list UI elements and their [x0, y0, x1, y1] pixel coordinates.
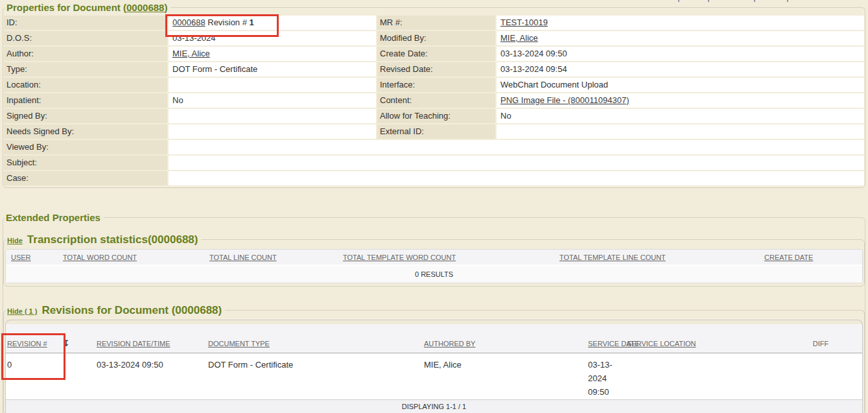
revisions-column-header: REVISION #↧	[6, 339, 91, 353]
revisions-column-header: DOCUMENT TYPE	[203, 340, 419, 353]
revisions-legend: Hide ( 1 )Revisions for Document (000068…	[6, 303, 225, 317]
transcription-sort-link[interactable]: USER	[11, 254, 31, 261]
revisions-table-body: 003-13-2024 09:50DOT Form - CertificateM…	[6, 353, 862, 399]
property-label: Content:	[377, 93, 495, 108]
revision-cell: 03-13-2024 09:50	[583, 353, 622, 399]
transcription-statistics-legend: HideTranscription statistics(0000688)	[6, 233, 201, 246]
property-label: Author:	[4, 47, 167, 61]
revisions-table: REVISION #↧REVISION DATE/TIMEDOCUMENT TY…	[5, 320, 863, 413]
revisions-column-header: REVISION DATE/TIME	[91, 340, 203, 353]
property-label: Viewed By:	[4, 140, 167, 154]
document-id-revision-link[interactable]: 0000688	[172, 18, 205, 27]
transcription-column-header: USER	[6, 254, 58, 261]
property-value: MIE, Alice	[169, 47, 376, 61]
property-value	[169, 78, 376, 92]
property-value: TEST-10019	[497, 16, 864, 30]
property-label: Subject:	[4, 156, 167, 170]
property-label: Inpatient:	[4, 93, 167, 108]
transcription-column-header: CREATE DATE	[759, 254, 862, 261]
revisions-sort-link[interactable]: REVISION DATE/TIME	[97, 340, 170, 348]
clipped-top-content-fragment	[708, 0, 709, 2]
revision-cell: MIE, Alice	[419, 353, 583, 399]
revisions-sort-link[interactable]: REVISION #	[7, 340, 47, 348]
property-value: 03-13-2024	[169, 31, 376, 45]
property-label: Signed By:	[4, 109, 167, 123]
property-value	[169, 140, 864, 154]
property-value	[169, 156, 864, 170]
property-label: Location:	[4, 78, 167, 92]
property-value: 03-13-2024 09:50	[497, 47, 864, 61]
revisions-table-header-row: REVISION #↧REVISION DATE/TIMEDOCUMENT TY…	[6, 324, 862, 353]
clipped-top-content-fragment	[787, 0, 788, 2]
property-value: No	[497, 109, 864, 123]
document-properties-page: { "colors":{ "green":"#66801e", "red":"#…	[0, 0, 868, 413]
transcription-statistics-section: HideTranscription statistics(0000688) US…	[3, 233, 865, 287]
properties-title-text: )	[164, 2, 167, 13]
property-label: Allow for Teaching:	[377, 109, 495, 123]
property-label: Type:	[4, 62, 167, 77]
revisions-sort-link[interactable]: DOCUMENT TYPE	[208, 340, 270, 348]
revisions-column-header: DIFF	[748, 340, 862, 353]
property-value: 03-13-2024 09:54	[497, 62, 864, 77]
sort-descending-icon: ↧	[63, 339, 70, 348]
transcription-hide-link[interactable]: Hide	[7, 237, 23, 244]
properties-grid: ID:0000688 Revision # 1MR #:TEST-10019D.…	[4, 16, 864, 185]
transcription-statistics-table: USERTOTAL WORD COUNTTOTAL LINE COUNTTOTA…	[5, 249, 863, 283]
property-value	[169, 124, 376, 139]
extended-properties-legend: Extended Properties	[5, 211, 104, 224]
transcription-sort-link[interactable]: TOTAL WORD COUNT	[63, 254, 137, 261]
transcription-results-count: 0 RESULTS	[6, 266, 862, 283]
clipped-top-content-fragment	[754, 0, 755, 2]
property-label: MR #:	[377, 16, 495, 30]
transcription-sort-link[interactable]: CREATE DATE	[764, 254, 813, 261]
property-label: Needs Signed By:	[4, 124, 167, 139]
property-value	[169, 171, 864, 185]
property-value: 0000688 Revision # 1	[169, 16, 376, 30]
revisions-sort-link[interactable]: AUTHORED BY	[424, 340, 475, 348]
property-label: Case:	[4, 171, 167, 185]
transcription-sort-link[interactable]: TOTAL TEMPLATE LINE COUNT	[559, 254, 666, 261]
property-value-link[interactable]: MIE, Alice	[172, 49, 210, 58]
property-label: External ID:	[377, 124, 495, 139]
property-value	[169, 109, 376, 123]
transcription-statistics-title: Transcription statistics(0000688)	[27, 233, 198, 246]
revisions-column-label: DIFF	[813, 340, 828, 348]
properties-section-legend: Properties for Document (0000688)	[5, 1, 170, 14]
properties-section: Properties for Document (0000688) ID:000…	[3, 1, 865, 188]
revision-cell: 0	[6, 353, 91, 399]
property-label: D.O.S:	[4, 31, 167, 45]
document-id-link[interactable]: 0000688	[126, 2, 164, 13]
extended-properties-title: Extended Properties	[6, 212, 100, 223]
transcription-column-header: TOTAL LINE COUNT	[204, 254, 338, 261]
property-value: No	[169, 93, 376, 108]
revisions-hide-link[interactable]: Hide ( 1 )	[7, 307, 37, 315]
revisions-title: Revisions for Document (0000688)	[41, 304, 222, 316]
properties-section-title: Properties for Document (0000688)	[6, 2, 167, 13]
property-label: Interface:	[377, 78, 495, 92]
property-value: PNG Image File - (800011094307)	[497, 93, 864, 108]
property-label: ID:	[4, 16, 167, 30]
transcription-sort-link[interactable]: TOTAL TEMPLATE WORD COUNT	[343, 254, 456, 261]
revisions-column-header: AUTHORED BY	[419, 340, 583, 353]
property-value-link[interactable]: TEST-10019	[500, 18, 548, 27]
transcription-column-header: TOTAL WORD COUNT	[58, 254, 204, 261]
property-value-link[interactable]: PNG Image File - (800011094307)	[500, 95, 629, 105]
transcription-column-header: TOTAL TEMPLATE LINE COUNT	[554, 254, 759, 261]
revision-table-row: 003-13-2024 09:50DOT Form - CertificateM…	[6, 353, 862, 399]
property-label: Modified By:	[377, 31, 495, 45]
revisions-column-header: SERVICE LOCATION	[622, 340, 748, 353]
revisions-sort-link[interactable]: SERVICE LOCATION	[627, 340, 696, 348]
property-value	[497, 124, 864, 139]
revision-number-emphasis: 1	[250, 18, 254, 27]
revision-cell	[748, 353, 862, 399]
properties-title-text: Properties for Document (	[6, 2, 126, 13]
transcription-column-header: TOTAL TEMPLATE WORD COUNT	[338, 254, 554, 261]
property-value: MIE, Alice	[497, 31, 864, 45]
transcription-sort-link[interactable]: TOTAL LINE COUNT	[209, 254, 277, 261]
transcription-table-header-row: USERTOTAL WORD COUNTTOTAL LINE COUNTTOTA…	[6, 250, 862, 266]
clipped-top-content-fragment	[678, 0, 679, 2]
revisions-section: Hide ( 1 )Revisions for Document (000068…	[3, 303, 865, 413]
revisions-paging-status: DISPLAYING 1-1 / 1	[6, 399, 862, 413]
extended-properties-section: Extended Properties HideTranscription st…	[3, 211, 865, 413]
property-value-link[interactable]: MIE, Alice	[500, 33, 538, 43]
